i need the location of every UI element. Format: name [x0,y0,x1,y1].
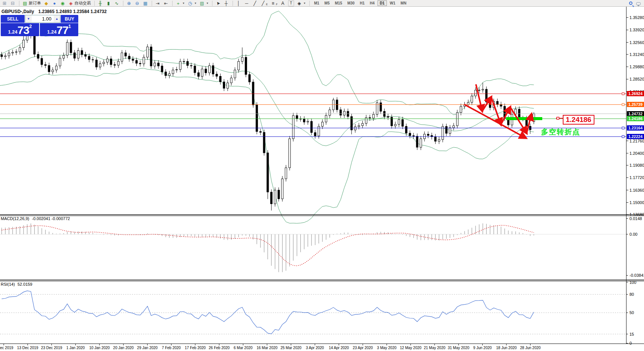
zoom-out-icon: ⊖ [134,0,140,6]
auto-trading-button[interactable]: ◈自动交易 [67,0,92,6]
auto-trading-icon: ◈ [68,0,74,6]
templates-icon[interactable]: ▧▼ [199,0,210,6]
buy-button[interactable]: BUY [61,15,78,23]
auto-scroll-icon: ⇥ [155,0,161,6]
rsi-name: RSI(14) [1,282,15,286]
indicators-icon[interactable]: ＋▼ [175,0,186,6]
toolbar-separator [19,1,19,6]
bollinger-lower-band [0,68,534,223]
volume-stepper: ▼ 1.00 ▲ [25,15,60,23]
new-order-icon-label: 新订单 [29,0,41,6]
cursor-icon[interactable]: ➤ [215,0,222,6]
volume-increase-button[interactable]: ▲ [54,15,60,22]
buy-price-button[interactable]: 1.24 77 1 [40,23,78,36]
arrows-icon-dropdown[interactable]: ▼ [303,2,306,4]
macd-values: -0.002041 -0.000772 [32,216,70,221]
chart-shift-icon[interactable]: ⇤ [162,0,170,6]
tile-windows-icon: ▦ [142,0,148,6]
chat-icon[interactable] [636,2,641,5]
bollinger-upper-band [0,11,534,115]
candlestick-icon: ▮ [105,0,111,6]
one-click-trading-panel: SELL ▼ 1.00 ▲ BUY 1.24 73 2 1.24 77 1 [1,15,78,36]
timeframe-m1-button[interactable]: M1 [312,0,322,6]
chart-title: GBPUSD-,Daily 1.23865 1.24893 1.23584 1.… [1,9,107,14]
sell-button[interactable]: SELL [1,15,25,23]
timeframe-h1-button[interactable]: H1 [357,0,367,6]
timeframe-m15-button[interactable]: M15 [333,0,344,6]
zoom-out-icon[interactable]: ⊖ [134,0,141,6]
horizontal-line-icon: ─ [244,0,250,6]
charts-grid-icon[interactable]: ⊞ [1,0,9,6]
sell-price-small: 1.24 [8,29,18,35]
market-watch-icon[interactable]: ⊟ [9,0,17,6]
timeframe-d1-button[interactable]: D1 [378,0,387,6]
new-order-button[interactable]: ▤新订单 [22,0,42,6]
buy-price-big: 77 [57,25,68,36]
volume-decrease-button[interactable]: ▼ [25,15,32,22]
level-handle-1.25739 [622,103,624,106]
deposit-icon[interactable]: ◆ [43,0,50,6]
main-toolbar: ⊞⊟▤新订单◆●◉◈自动交易╫▮∿⊕⊖▦⇥⇤＋▼◷▼▧▼➤┼│─╱╱E≡FAT◈… [0,0,644,7]
signals-icon: ◉ [60,0,66,6]
channel-icon[interactable]: ╱E [260,0,269,6]
buy-price-sup: 1 [68,23,71,29]
periods-icon-dropdown[interactable]: ▼ [194,2,197,4]
vertical-line-icon: │ [236,0,242,6]
level-handle-1.23164 [622,127,624,129]
ohlc-values: 1.23865 1.24893 1.23584 1.24732 [38,9,107,14]
timeframe-mn-button[interactable]: MN [398,0,409,6]
timeframe-w1-button[interactable]: W1 [388,0,398,6]
trendline-icon: ╱ [252,0,258,6]
timeframe-m30-button[interactable]: M30 [345,0,357,6]
horizontal-line-icon[interactable]: ─ [243,0,251,6]
bollinger-middle-band [0,54,534,146]
trendline-icon[interactable]: ╱ [252,0,259,6]
horizontal-level-lines[interactable] [0,93,626,138]
indicators-icon: ＋ [175,0,181,6]
callout-anchor [557,117,559,119]
sell-price-button[interactable]: 1.24 73 2 [1,23,39,36]
zoom-in-icon[interactable]: ⊕ [126,0,133,6]
volume-input[interactable]: 1.00 [32,15,54,22]
charts-grid-icon: ⊞ [1,0,7,6]
timeframe-h4-button[interactable]: H4 [367,0,377,6]
indicators-icon-dropdown[interactable]: ▼ [182,2,185,4]
buy-price-small: 1.24 [47,29,57,35]
arrows-icon[interactable]: ◈▼ [296,0,307,6]
crosshair-icon: ┼ [223,0,229,6]
signals-icon[interactable]: ◉ [59,0,67,6]
sell-price-sup: 2 [29,23,32,29]
text-label-icon: T [288,0,294,6]
rsi-indicator-label: RSI(14) 52.0159 [1,282,32,286]
chart-canvas[interactable] [0,0,644,351]
macd-histogram [2,223,534,272]
periods-icon[interactable]: ◷▼ [187,0,198,6]
text-icon: A [280,0,286,6]
crosshair-icon[interactable]: ┼ [223,0,230,6]
turning-point-annotation[interactable]: 多空转折点 [541,127,580,137]
price-callout-box[interactable]: 1.24186 [563,115,594,125]
trading-terminal-window: ⊞⊟▤新订单◆●◉◈自动交易╫▮∿⊕⊖▦⇥⇤＋▼◷▼▧▼➤┼│─╱╱E≡FAT◈… [0,0,644,351]
cursor-icon: ➤ [214,0,222,7]
line-chart-icon: ∿ [114,0,120,6]
search-icon[interactable] [629,1,632,5]
templates-icon-dropdown[interactable]: ▼ [206,2,209,4]
text-icon[interactable]: A [280,0,287,6]
tile-windows-icon[interactable]: ▦ [142,0,149,6]
toolbar-separator [123,1,123,6]
fibonacci-icon[interactable]: ≡F [269,0,278,6]
line-chart-icon[interactable]: ∿ [113,0,121,6]
timeframe-m5-button[interactable]: M5 [322,0,332,6]
candlestick-icon[interactable]: ▮ [105,0,113,6]
ohlc-bars-icon: ╫ [97,0,103,6]
toolbar-separator [233,1,233,6]
auto-scroll-icon[interactable]: ⇥ [154,0,162,6]
ohlc-bars-icon[interactable]: ╫ [97,0,104,6]
arrows-icon: ◈ [296,0,302,6]
vertical-line-icon[interactable]: │ [235,0,243,6]
text-label-icon[interactable]: T [288,0,295,6]
fibonacci-icon-tag: F [276,3,277,6]
community-icon[interactable]: ● [51,0,59,6]
toolbar-separator [94,1,95,6]
toolbar-separator [172,1,173,6]
